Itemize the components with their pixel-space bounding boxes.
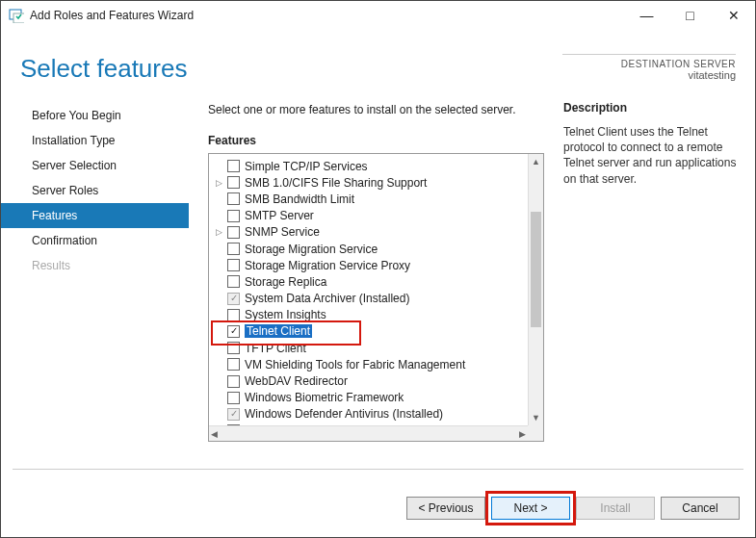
- feature-checkbox[interactable]: [227, 342, 240, 354]
- feature-row[interactable]: SMTP Server: [213, 208, 528, 224]
- feature-row[interactable]: Storage Migration Service: [213, 241, 528, 257]
- expand-icon[interactable]: ▷: [213, 178, 224, 188]
- vertical-scrollbar[interactable]: ▲ ▼: [528, 154, 543, 425]
- feature-checkbox: [227, 293, 240, 305]
- feature-label[interactable]: SMB 1.0/CIFS File Sharing Support: [245, 176, 427, 190]
- feature-label[interactable]: VM Shielding Tools for Fabric Management: [245, 358, 465, 371]
- feature-checkbox[interactable]: [227, 243, 240, 255]
- previous-button[interactable]: < Previous: [406, 497, 485, 520]
- feature-checkbox[interactable]: [227, 160, 240, 172]
- footer-divider: [13, 469, 743, 470]
- nav-item-server-roles[interactable]: Server Roles: [1, 178, 189, 203]
- nav-item-confirmation[interactable]: Confirmation: [1, 228, 189, 253]
- nav-item-before-you-begin[interactable]: Before You Begin: [1, 103, 189, 128]
- wizard-nav: Before You BeginInstallation TypeServer …: [1, 101, 189, 465]
- feature-label[interactable]: Storage Migration Service Proxy: [245, 259, 410, 272]
- description-heading: Description: [563, 101, 743, 115]
- feature-checkbox[interactable]: [227, 259, 240, 271]
- feature-row[interactable]: Simple TCP/IP Services: [213, 158, 528, 174]
- nav-item-server-selection[interactable]: Server Selection: [1, 153, 189, 178]
- feature-checkbox[interactable]: [227, 358, 240, 371]
- scroll-thumb[interactable]: [531, 212, 541, 327]
- feature-row[interactable]: Windows Defender Antivirus (Installed): [213, 406, 528, 423]
- feature-row[interactable]: Windows Biometric Framework: [213, 390, 528, 406]
- description-text: Telnet Client uses the Telnet protocol t…: [563, 124, 743, 187]
- feature-label[interactable]: Windows Biometric Framework: [245, 391, 404, 404]
- scroll-left-icon[interactable]: ◀: [211, 429, 218, 439]
- nav-item-features[interactable]: Features: [1, 203, 189, 228]
- feature-label[interactable]: Storage Migration Service: [245, 243, 378, 256]
- page-title: Select features: [20, 54, 187, 84]
- next-button-highlight: Next >: [491, 497, 570, 520]
- feature-checkbox[interactable]: [227, 226, 240, 239]
- feature-checkbox[interactable]: [227, 192, 240, 205]
- feature-checkbox[interactable]: [227, 325, 240, 338]
- nav-item-installation-type[interactable]: Installation Type: [1, 128, 189, 153]
- feature-row[interactable]: ▷SMB 1.0/CIFS File Sharing Support: [213, 174, 528, 191]
- features-tree-body: Simple TCP/IP Services▷SMB 1.0/CIFS File…: [209, 154, 528, 425]
- scroll-corner: [528, 425, 543, 441]
- expand-icon[interactable]: ▷: [213, 227, 224, 237]
- feature-label[interactable]: Windows Defender Antivirus (Installed): [245, 407, 443, 421]
- window-title: Add Roles and Features Wizard: [30, 9, 194, 22]
- destination-server-block: DESTINATION SERVER vitatesting: [562, 54, 736, 81]
- page-header: Select features DESTINATION SERVER vitat…: [1, 30, 755, 101]
- feature-label[interactable]: Storage Replica: [245, 275, 326, 289]
- features-tree: Simple TCP/IP Services▷SMB 1.0/CIFS File…: [208, 153, 544, 442]
- feature-row[interactable]: Storage Replica: [213, 273, 528, 290]
- feature-row[interactable]: Storage Migration Service Proxy: [213, 257, 528, 273]
- feature-label[interactable]: SMB Bandwidth Limit: [245, 192, 354, 206]
- feature-label[interactable]: Telnet Client: [245, 324, 312, 338]
- feature-checkbox[interactable]: [227, 210, 240, 222]
- install-button: Install: [576, 497, 655, 520]
- title-bar: Add Roles and Features Wizard — □ ✕: [1, 1, 755, 30]
- horizontal-scrollbar[interactable]: ◀ ▶: [209, 425, 528, 441]
- feature-row[interactable]: System Insights: [213, 307, 528, 323]
- feature-checkbox[interactable]: [227, 275, 240, 288]
- maximize-button[interactable]: □: [668, 1, 712, 30]
- feature-row[interactable]: TFTP Client: [213, 340, 528, 356]
- feature-label[interactable]: System Insights: [245, 308, 326, 321]
- nav-item-results: Results: [1, 253, 189, 278]
- scroll-right-icon[interactable]: ▶: [519, 429, 526, 439]
- feature-checkbox[interactable]: [227, 375, 240, 388]
- next-button[interactable]: Next >: [491, 497, 570, 520]
- feature-label[interactable]: WebDAV Redirector: [245, 374, 348, 388]
- cancel-button[interactable]: Cancel: [661, 497, 740, 520]
- close-button[interactable]: ✕: [712, 1, 755, 30]
- feature-checkbox[interactable]: [227, 309, 240, 321]
- destination-server-name: vitatesting: [562, 69, 736, 81]
- instruction-text: Select one or more features to install o…: [208, 103, 544, 116]
- scroll-up-icon[interactable]: ▲: [529, 154, 543, 169]
- feature-label[interactable]: System Data Archiver (Installed): [245, 292, 409, 305]
- feature-row[interactable]: VM Shielding Tools for Fabric Management: [213, 356, 528, 372]
- feature-checkbox: [227, 408, 240, 421]
- scroll-down-icon[interactable]: ▼: [529, 410, 543, 425]
- feature-row[interactable]: ▷SNMP Service: [213, 224, 528, 241]
- features-heading: Features: [208, 134, 544, 147]
- wizard-footer: < Previous Next > Install Cancel: [1, 485, 755, 537]
- feature-checkbox[interactable]: [227, 392, 240, 404]
- app-icon: [9, 8, 24, 23]
- destination-label: DESTINATION SERVER: [562, 59, 736, 69]
- feature-row[interactable]: Telnet Client: [213, 323, 528, 340]
- feature-row[interactable]: WebDAV Redirector: [213, 372, 528, 389]
- feature-row[interactable]: SMB Bandwidth Limit: [213, 191, 528, 207]
- feature-row[interactable]: System Data Archiver (Installed): [213, 291, 528, 307]
- minimize-button[interactable]: —: [625, 1, 668, 30]
- feature-label[interactable]: SNMP Service: [245, 225, 320, 239]
- feature-checkbox[interactable]: [227, 176, 240, 189]
- feature-label[interactable]: TFTP Client: [245, 342, 306, 355]
- feature-label[interactable]: Simple TCP/IP Services: [245, 160, 368, 173]
- wizard-window: Add Roles and Features Wizard — □ ✕ Sele…: [0, 0, 756, 538]
- feature-label[interactable]: SMTP Server: [245, 209, 314, 222]
